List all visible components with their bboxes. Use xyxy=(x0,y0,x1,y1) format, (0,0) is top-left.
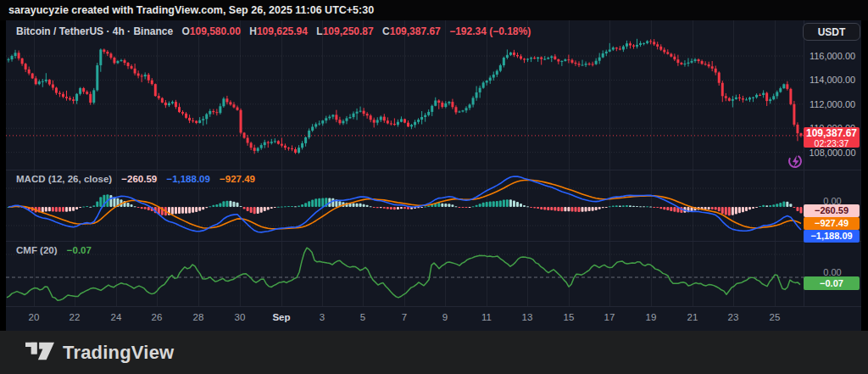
chart-widget: Bitcoin / TetherUS · 4h · Binance O109,5… xyxy=(6,20,861,331)
macd-signal-axis-label: −927.49 xyxy=(804,217,860,230)
attribution-text: sarayucyzie created with TradingView.com… xyxy=(8,4,374,16)
macd-hist-value: −260.59 xyxy=(121,174,157,184)
bar-countdown: 02:23:37 xyxy=(804,139,860,148)
cmf-value: −0.07 xyxy=(67,245,92,255)
high-label: H xyxy=(249,25,257,37)
currency-toggle-button[interactable]: USDT xyxy=(803,23,860,41)
price-axis-label: 112,000.00 xyxy=(804,99,861,109)
time-axis-label: 24 xyxy=(111,312,122,322)
high-value: 109,625.94 xyxy=(257,25,308,37)
time-axis-label: 7 xyxy=(402,312,407,322)
price-axis-label: 114,000.00 xyxy=(804,75,861,85)
macd-title: MACD (12, 26, close) xyxy=(16,174,112,184)
tradingview-logo-icon xyxy=(25,342,54,364)
time-axis-label: 20 xyxy=(29,312,40,322)
time-axis-label: 17 xyxy=(604,312,615,322)
low-value: 109,250.87 xyxy=(323,25,374,37)
time-axis-label: 21 xyxy=(687,312,698,322)
time-axis-label: 11 xyxy=(481,312,492,322)
time-axis-label: 3 xyxy=(320,312,325,322)
time-axis-label: Sep xyxy=(272,312,290,322)
change-value: −192.34 (−0.18%) xyxy=(449,25,531,37)
open-value: 109,580.00 xyxy=(190,25,241,37)
page: { "meta": { "attribution": "sarayucyzie … xyxy=(0,0,868,374)
last-price-label: 109,387.67 02:23:37 xyxy=(804,127,860,148)
price-axis-label: 116,000.00 xyxy=(804,51,861,61)
time-axis-label: 19 xyxy=(646,312,657,322)
time-axis-label: 30 xyxy=(235,312,246,322)
time-axis-label: 22 xyxy=(70,312,81,322)
time-axis-label: 25 xyxy=(770,312,781,322)
close-value: 109,387.67 xyxy=(390,25,441,37)
currency-toggle-label: USDT xyxy=(818,26,846,38)
cmf-legend[interactable]: CMF (20) −0.07 xyxy=(16,245,92,259)
time-axis-label: 15 xyxy=(564,312,575,322)
tradingview-logo-text: TradingView xyxy=(63,342,174,364)
time-axis-label: 9 xyxy=(442,312,448,322)
cmf-title: CMF (20) xyxy=(16,245,58,255)
time-axis-label: 28 xyxy=(193,312,204,322)
macd-line-value: −1,188.09 xyxy=(166,174,209,184)
macd-legend[interactable]: MACD (12, 26, close) −260.59 −1,188.09 −… xyxy=(16,174,255,187)
lightning-marker xyxy=(787,153,803,169)
symbol-legend[interactable]: Bitcoin / TetherUS · 4h · Binance O109,5… xyxy=(16,25,531,39)
footer-bar: TradingView xyxy=(0,331,868,374)
time-axis-label: 26 xyxy=(152,312,163,322)
close-label: C xyxy=(382,25,390,37)
tradingview-logo[interactable]: TradingView xyxy=(25,342,174,364)
open-label: O xyxy=(181,25,189,37)
time-axis-label: 5 xyxy=(360,312,365,322)
attribution-bar: sarayucyzie created with TradingView.com… xyxy=(0,0,868,20)
price-axis-label: 108,000.00 xyxy=(804,148,861,158)
time-axis-label: 13 xyxy=(522,312,533,322)
macd-line-axis-label: −1,188.09 xyxy=(804,230,860,243)
time-axis-label: 23 xyxy=(728,312,739,322)
low-label: L xyxy=(316,25,322,37)
cmf-axis-label: −0.07 xyxy=(804,276,860,290)
macd-hist-axis-label: −260.59 xyxy=(804,204,860,217)
symbol-title: Bitcoin / TetherUS · 4h · Binance xyxy=(16,25,173,37)
macd-signal-value: −927.49 xyxy=(220,174,255,184)
